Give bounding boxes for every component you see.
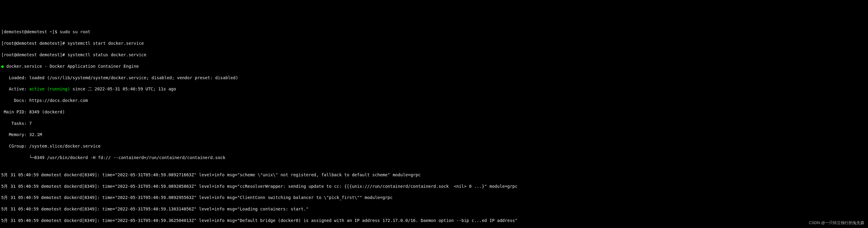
log-line: 5月 31 05:40:59 demotest dockerd[8349]: t… [1, 206, 867, 212]
status-loaded-line: Loaded: loaded (/usr/lib/systemd/system/… [1, 75, 867, 81]
log-line: 5月 31 05:40:59 demotest dockerd[8349]: t… [1, 183, 867, 189]
status-pid-line: Main PID: 8349 (dockerd) [1, 109, 867, 115]
terminal-output[interactable]: [demotest@demotest ~]$ sudo su root [roo… [1, 24, 867, 228]
status-tasks-line: Tasks: 7 [1, 121, 867, 126]
watermark-text: CSDN @一只特立独行的兔先森 [809, 220, 864, 226]
command-line: [root@demotest demotest]# systemctl star… [1, 40, 867, 46]
status-active-line: Active: active (running) since 二 2022-05… [1, 86, 867, 92]
log-line: 5月 31 05:40:59 demotest dockerd[8349]: t… [1, 172, 867, 178]
active-label: Active: [1, 86, 29, 91]
log-line: 5月 31 05:40:59 demotest dockerd[8349]: t… [1, 195, 867, 200]
status-docs-line: Docs: https://docs.docker.com [1, 98, 867, 104]
prompt-line: [demotest@demotest ~]$ sudo su root [1, 29, 867, 35]
status-process-line: └─8349 /usr/bin/dockerd -H fd:// --conta… [1, 155, 867, 161]
command-line: [root@demotest demotest]# systemctl stat… [1, 52, 867, 58]
log-line: 5月 31 05:40:59 demotest dockerd[8349]: t… [1, 218, 867, 224]
status-header-line: ● docker.service - Docker Application Co… [1, 63, 867, 69]
status-memory-line: Memory: 32.1M [1, 132, 867, 138]
status-cgroup-line: CGroup: /system.slice/docker.service [1, 143, 867, 149]
active-status-text: active (running) [29, 86, 70, 91]
active-since-text: since 二 2022-05-31 05:40:59 UTC; 11s ago [70, 86, 176, 91]
service-name-text: docker.service - Docker Application Cont… [4, 64, 139, 69]
